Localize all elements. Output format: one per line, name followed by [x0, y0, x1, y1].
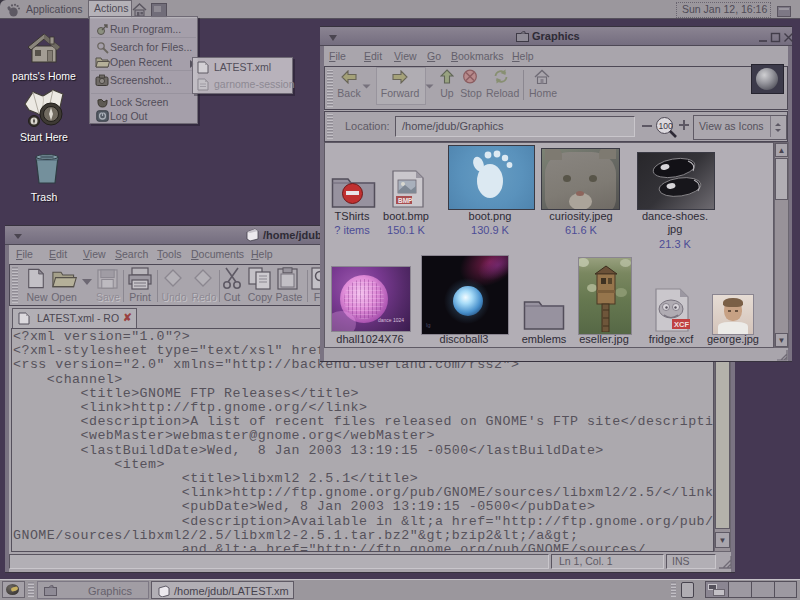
svg-text:XCF: XCF: [674, 320, 689, 329]
svg-text:BMP: BMP: [398, 197, 413, 204]
